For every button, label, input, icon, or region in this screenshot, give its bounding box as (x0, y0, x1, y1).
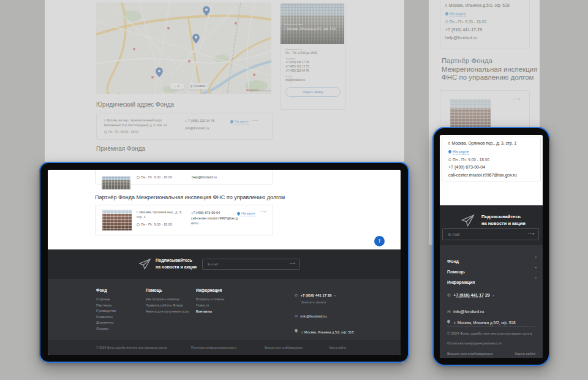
clock-icon (104, 131, 107, 134)
clock-icon (137, 176, 140, 179)
office-email-link[interactable]: help@fondsrd.ru (445, 36, 477, 40)
partner-address: г. Москва, Орликов пер., д. 3, стр. 1 (448, 141, 516, 145)
paper-plane-icon (138, 257, 152, 271)
privacy-link[interactable]: Политика конфиденциальности (447, 341, 502, 345)
accordion-item-info[interactable]: Информация ▾ (447, 275, 537, 286)
office-phone-link[interactable]: +7 (916) 441-17-29 (445, 28, 482, 32)
chevron-down-icon: ▾ (535, 276, 537, 279)
legal-email-link[interactable]: info@fondsrd.ru (185, 126, 209, 130)
footer-link-active[interactable]: Контакты (196, 310, 224, 313)
map-zoom-out-button[interactable]: − (175, 84, 177, 88)
tablet-footer: Подписывайтесь на новости и акции ⟶ Фонд… (48, 249, 401, 355)
office-photo: Центральный офис г. Москва, Ильинка д.5/… (281, 4, 344, 44)
chevron-down-icon: ▾ (492, 294, 494, 297)
partner-map-link[interactable]: На карте (237, 211, 255, 216)
phone-icon: ✆ (447, 293, 451, 298)
phone-link[interactable]: +7 (916) 441 17 29 (285, 61, 309, 64)
map-pin-icon (230, 120, 234, 124)
phone-link[interactable]: +7 (495) 220 04 76 (285, 69, 309, 72)
accessibility-link[interactable]: Версия для слабовидящих (265, 346, 303, 349)
footer-link[interactable]: Руководство (96, 309, 116, 313)
scroll-to-top-button[interactable]: ↑ (374, 236, 385, 246)
map-pin-icon (236, 211, 241, 216)
partner-phone-link[interactable]: +7 (499) 673-90-04 (191, 211, 220, 215)
email-link[interactable]: info@fondsrd.ru (285, 78, 305, 82)
accordion-item-fond[interactable]: Фонд ▾ (447, 254, 537, 265)
partner-phone-link[interactable]: +7 (499) 673-90-04 (448, 165, 485, 169)
footer-address: г. Москва, Ильинка д.5/2, оф. 518 (454, 321, 515, 325)
mail-icon: ✉ (447, 310, 451, 314)
subscribe-email-input[interactable] (442, 228, 539, 240)
footer-link[interactable]: Как получить помощь (146, 297, 190, 301)
reception-email-link[interactable]: help@fondsrd.ru (192, 175, 217, 179)
footer-phone-link[interactable]: +7 (916) 441 17 29 (300, 294, 331, 297)
map-pin-icon (447, 319, 451, 324)
footer-link[interactable]: О фонде (96, 297, 116, 301)
footer-link[interactable]: Правила работы Фонда (146, 303, 190, 307)
legal-address-text: г. Москва, вн.тер.г. муниципальный округ… (104, 118, 178, 127)
footer-contacts: ✆ +7 (916) 441 17 29 ▾ Заказать звонок ✉… (295, 288, 386, 336)
footer-address: г. Москва, Ильинка д.5/2, оф. 518 (301, 330, 353, 334)
yandex-map[interactable]: − + ◍ Схема ▾ ЯНДЕКС Условия использован… (96, 2, 271, 94)
legal-address-title: Юридический адрес Фонда (96, 101, 174, 108)
partner-email-link[interactable]: call-center.miudol.r9967@tax.gov.ru (448, 173, 517, 177)
partner-email-link[interactable]: call-center.miudol.r9967@tax.gov.ru (191, 216, 239, 226)
footer-email-link[interactable]: info@fondsrd.ru (453, 310, 484, 314)
call-request-link[interactable]: Заказать звонок (301, 300, 386, 304)
mail-icon: ✉ (295, 314, 298, 318)
legal-phone-link[interactable]: + 7 (495) 220 04 76 (185, 119, 214, 123)
map-zoom-controls[interactable]: − + (170, 83, 184, 89)
reception-photo (102, 177, 130, 189)
footer-link[interactable]: Новости (196, 303, 224, 307)
partner-contact-card: г. Москва, Орликов пер., д. 3, стр. 1 На… (442, 137, 541, 181)
footer-column-title: Информация (196, 288, 224, 292)
sitemap-link[interactable]: Карта сайта (515, 352, 535, 355)
subscribe-email-input[interactable] (202, 259, 300, 270)
card-arrow-link[interactable]: ⟶ (512, 96, 521, 102)
map-pin-icon (448, 150, 452, 154)
sitemap-link[interactable]: Карта сайта (329, 346, 346, 349)
tablet-device-frame: Пн - Пт: 9.00 - 18.00 help@fondsrd.ru Па… (39, 162, 409, 363)
footer-link[interactable]: Партнеры (96, 303, 116, 307)
hours-value: Пн. – Пт.: с 9:00 до 18:00 (285, 51, 317, 55)
footer-menu-band: Фонд ▾ Помощь ▾ Информация ▾ ✆ +7 (916) … (440, 245, 543, 358)
footer-address-row: г. Москва, Ильинка д.5/2, оф. 518 (447, 316, 516, 327)
paper-plane-icon (460, 213, 476, 228)
footer-divider (447, 326, 535, 327)
footer-column-title: Фонд (96, 288, 116, 292)
call-request-link[interactable]: Заказать звонок (456, 295, 483, 298)
reception-title: Приёмная Фонда (96, 145, 145, 152)
tablet-screen: Пн - Пт: 9.00 - 18.00 help@fondsrd.ru Па… (48, 170, 401, 355)
footer-link[interactable]: Анкета для получения услуг (146, 310, 190, 313)
footer-link[interactable]: Вопросы и ответы (196, 297, 224, 301)
legal-map-link[interactable]: На карте (230, 120, 249, 124)
partner-section-title: Партнёр Фонда Межрегиональная инспекция … (442, 57, 538, 82)
accordion-item-help[interactable]: Помощь ▾ (447, 265, 537, 276)
subscribe-submit-arrow[interactable]: ⟶ (289, 261, 295, 266)
office-map-link[interactable]: На карте (445, 12, 466, 16)
partner-map-link[interactable]: На карте (448, 150, 469, 154)
map-canvas (96, 2, 271, 94)
reception-hours: Пн - Пт: 9.00 - 18.00 (137, 175, 172, 180)
clock-icon (448, 158, 451, 161)
footer-column-help: Помощь Как получить помощь Правила работ… (146, 288, 190, 313)
privacy-link[interactable]: Политика конфиденциальности (191, 346, 236, 349)
map-scheme-button[interactable]: ◍ Схема ▾ (188, 83, 209, 89)
phone-link[interactable]: +7 (495) 161 15 55 (285, 65, 309, 68)
card-arrow-link[interactable]: ⟶ (259, 209, 266, 215)
subscribe-submit-arrow[interactable]: ⟶ (527, 231, 534, 237)
phones-label: Телефон (285, 57, 296, 60)
footer-link[interactable]: Отзывы (96, 327, 116, 330)
accessibility-link[interactable]: Версия для слабовидящих (447, 352, 493, 355)
subscribe-label: Подписывайтесь на новости и акции (156, 257, 197, 271)
legal-address-card: г. Москва, вн.тер.г. муниципальный округ… (96, 113, 273, 140)
footer-bottom-bar: © 2024 Фонд содействия реструктуризации … (48, 340, 401, 355)
map-zoom-in-button[interactable]: + (178, 84, 180, 88)
footer-link[interactable]: Документы (96, 321, 116, 324)
copyright-text: © 2024 Фонд содействия реструктуризации … (96, 346, 167, 349)
card-arrow-link[interactable]: ⟶ (251, 118, 258, 123)
footer-link[interactable]: Реквизиты (96, 315, 116, 319)
submit-request-button[interactable]: Подать заявку (285, 87, 341, 97)
footer-email-link[interactable]: info@fondsrd.ru (300, 314, 326, 318)
map-attribution[interactable]: Условия использования (247, 89, 271, 92)
